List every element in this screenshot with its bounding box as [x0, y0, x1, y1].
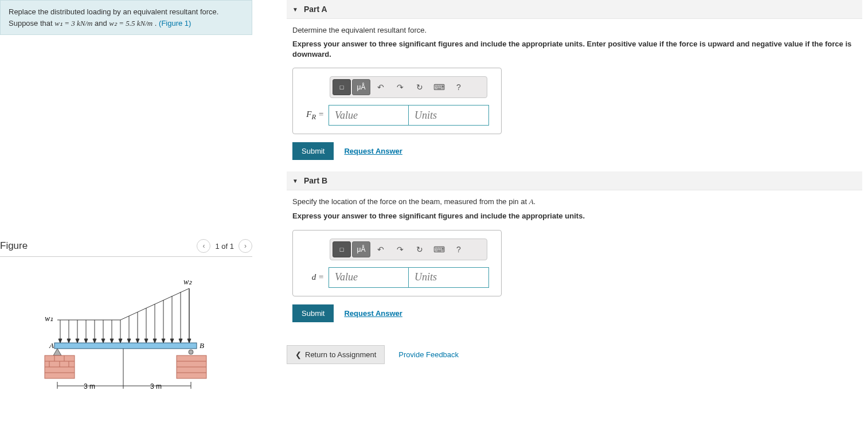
svg-marker-26 [153, 339, 157, 343]
part-b-submit-button[interactable]: Submit [292, 304, 334, 322]
part-a-submit-button[interactable]: Submit [292, 142, 334, 160]
units-format-button[interactable]: μÅ [352, 241, 370, 257]
help-button[interactable]: ? [449, 241, 468, 257]
reset-button[interactable]: ↻ [410, 241, 429, 257]
provide-feedback-link[interactable]: Provide Feedback [398, 350, 459, 359]
units-format-button[interactable]: μÅ [352, 79, 370, 95]
svg-marker-36 [53, 349, 61, 355]
templates-button[interactable]: □ [333, 79, 351, 95]
reset-icon: ↻ [416, 83, 423, 92]
keyboard-button[interactable]: ⌨ [430, 79, 448, 95]
part-a-header[interactable]: ▼ Part A [287, 0, 862, 19]
part-a-request-answer[interactable]: Request Answer [344, 147, 402, 155]
part-b-var-label: d = [301, 272, 324, 282]
toolbar-b: □ μÅ ↶ ↷ ↻ ⌨ ? [330, 239, 487, 260]
caret-down-icon: ▼ [292, 6, 298, 13]
keyboard-button[interactable]: ⌨ [430, 241, 448, 257]
undo-icon: ↶ [377, 245, 384, 254]
help-button[interactable]: ? [449, 79, 468, 95]
part-a-units-input[interactable] [409, 105, 489, 126]
undo-button[interactable]: ↶ [372, 79, 390, 95]
redo-button[interactable]: ↷ [391, 79, 409, 95]
problem-line2-prefix: Suppose that [9, 19, 54, 28]
dim-1: 3 m [84, 382, 95, 390]
svg-marker-4 [58, 339, 62, 343]
keyboard-icon: ⌨ [433, 83, 445, 92]
svg-marker-16 [110, 339, 114, 343]
svg-marker-28 [162, 339, 165, 343]
figure-prev-button[interactable]: ‹ [197, 239, 210, 253]
figure-title: Figure [0, 240, 28, 252]
label-w2: w₂ [183, 278, 192, 286]
svg-marker-22 [136, 339, 139, 343]
part-b-instruction: Specify the location of the force on the… [292, 197, 857, 206]
figure-header: Figure ‹ 1 of 1 › [0, 236, 252, 257]
svg-marker-30 [170, 339, 174, 343]
figure-counter: 1 of 1 [215, 242, 234, 251]
problem-line1: Replace the distributed loading by an eq… [9, 7, 218, 16]
undo-icon: ↶ [377, 83, 384, 92]
svg-marker-20 [127, 339, 131, 343]
dim-2: 3 m [150, 382, 162, 390]
help-icon: ? [456, 245, 461, 254]
svg-rect-35 [54, 343, 197, 349]
w2-equation: w₂ = 5.5 kN/m [109, 19, 153, 28]
problem-line2-suffix: . [155, 19, 159, 28]
return-to-assignment-button[interactable]: ❮ Return to Assignment [287, 345, 385, 364]
part-a-var-label: FR = [301, 110, 324, 122]
figure-link[interactable]: (Figure 1) [159, 19, 191, 28]
reset-button[interactable]: ↻ [410, 79, 429, 95]
chevron-left-icon: ❮ [295, 350, 302, 359]
problem-line2-mid: and [95, 19, 109, 28]
part-b-units-input[interactable] [409, 267, 489, 288]
part-b-request-answer[interactable]: Request Answer [344, 309, 402, 318]
problem-statement: Replace the distributed loading by an eq… [0, 0, 252, 35]
svg-point-37 [189, 350, 193, 354]
label-B: B [200, 341, 204, 350]
reset-icon: ↻ [416, 245, 423, 254]
svg-marker-32 [179, 339, 182, 343]
toolbar-a: □ μÅ ↶ ↷ ↻ ⌨ ? [330, 76, 487, 98]
redo-button[interactable]: ↷ [391, 241, 409, 257]
svg-marker-10 [84, 339, 88, 343]
part-b-bold: Express your answer to three significant… [292, 211, 857, 221]
redo-icon: ↷ [397, 245, 404, 254]
chevron-right-icon: › [244, 242, 247, 250]
svg-marker-6 [67, 339, 71, 343]
redo-icon: ↷ [397, 83, 404, 92]
chevron-left-icon: ‹ [202, 242, 205, 250]
svg-marker-24 [144, 339, 148, 343]
undo-button[interactable]: ↶ [372, 241, 390, 257]
part-b-title: Part B [304, 176, 327, 185]
part-b-header[interactable]: ▼ Part B [287, 171, 862, 190]
part-a-answer-box: □ μÅ ↶ ↷ ↻ ⌨ ? FR = [292, 68, 502, 134]
part-b-value-input[interactable] [329, 267, 409, 288]
part-b-answer-box: □ μÅ ↶ ↷ ↻ ⌨ ? d = [292, 230, 502, 296]
part-a-value-input[interactable] [329, 105, 409, 126]
label-A: A [49, 341, 54, 350]
figure-diagram: w₂ [0, 268, 252, 402]
svg-marker-14 [101, 339, 105, 343]
w1-equation: w₁ = 3 kN/m [54, 19, 92, 28]
part-a-title: Part A [304, 5, 327, 14]
keyboard-icon: ⌨ [433, 245, 445, 254]
part-a-instruction: Determine the equivalent resultant force… [292, 26, 857, 34]
help-icon: ? [456, 83, 461, 92]
part-a-bold: Express your answer to three significant… [292, 39, 857, 60]
caret-down-icon: ▼ [292, 178, 298, 184]
svg-marker-34 [187, 339, 191, 343]
templates-button[interactable]: □ [333, 241, 351, 257]
svg-marker-12 [93, 339, 96, 343]
figure-next-button[interactable]: › [238, 239, 252, 253]
svg-marker-8 [76, 339, 79, 343]
svg-marker-18 [119, 339, 122, 343]
label-w1: w₁ [45, 314, 53, 323]
